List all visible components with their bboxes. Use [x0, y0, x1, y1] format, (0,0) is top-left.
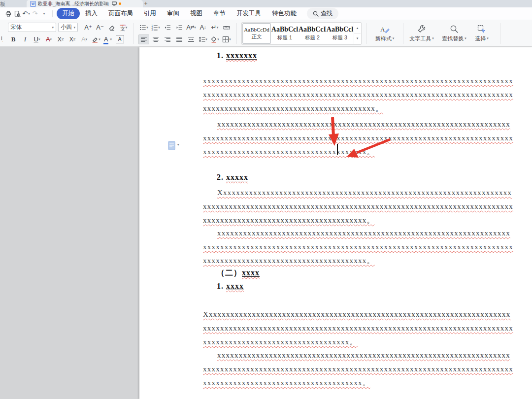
tab-home[interactable]: 开始 — [57, 8, 80, 19]
select-button[interactable]: 选择▾ — [468, 25, 496, 42]
style-heading-2[interactable]: AaBbCcI 标题 2 — [299, 23, 326, 44]
paragraph-6: xxxxxxxxxxxxxxxxxxxxxxxxxxxxxxxxxxxxxxxx… — [203, 348, 486, 390]
chevron-down-icon: ▾ — [73, 26, 75, 30]
print-button[interactable] — [4, 9, 13, 19]
customize-quick-toolbar-button[interactable]: ▾ — [39, 9, 48, 19]
new-style-button[interactable]: A 新样式▾ — [371, 25, 399, 42]
superscript-button[interactable]: X2 — [55, 34, 66, 44]
style-preview: AaBbCcI — [299, 26, 326, 33]
text-line: xxxxxxxxxxxxxxxxxxxxxxxxxxxxxxxxxxxxxxxx… — [203, 348, 486, 362]
align-right-icon — [164, 36, 171, 43]
justify-button[interactable] — [174, 34, 185, 44]
style-normal[interactable]: AaBbCcDd 正文 — [242, 23, 271, 44]
text-line: xxxxxxxxxxxxxxxxxxxxxxxxxxxxxxxxxxxxxxxx… — [203, 101, 486, 115]
chevron-down-icon: ▾ — [432, 36, 434, 40]
align-left-button[interactable] — [138, 34, 149, 44]
align-center-button[interactable] — [150, 34, 161, 44]
font-group: 宋体 ▾ 小四 ▾ A⁺ A⁻ wén 文 ▾ B I U▾ — [8, 23, 129, 44]
font-name-select[interactable]: 宋体 ▾ — [8, 23, 56, 32]
paragraph-3: Xxxxxxxxxxxxxxxxxxxxxxxxxxxxxxxxxxxxxxxx… — [203, 186, 486, 227]
heading-1-xxxxxxx: 1. xxxxxxx — [217, 51, 257, 60]
bold-button[interactable]: B — [8, 34, 19, 44]
print-preview-button[interactable] — [13, 9, 22, 19]
strikethrough-button[interactable]: A▾ — [43, 34, 54, 44]
character-scale-button[interactable]: A⇄ ▾ — [186, 23, 197, 33]
increase-font-button[interactable]: A⁺ — [83, 23, 94, 33]
style-name: 正文 — [252, 33, 262, 40]
align-right-button[interactable] — [162, 34, 173, 44]
text-line: xxxxxxxxxxxxxxxxxxxxxxxxxxxxxxxxxx。 — [203, 335, 486, 349]
new-tab-button[interactable]: + — [142, 0, 150, 7]
chevron-down-icon: ▾ — [86, 37, 88, 41]
text-line: xxxxxxxxxxxxxxxxxxxxxxxxxxxxxxxxxxxxxx。 — [203, 213, 486, 227]
text-effects-button[interactable]: A▾ — [79, 34, 90, 44]
paragraph-1: xxxxxxxxxxxxxxxxxxxxxxxxxxxxxxxxxxxxxxxx… — [203, 74, 486, 115]
line-spacing-button[interactable]: ▾ — [198, 34, 208, 44]
heading-text: xxxxxxx — [226, 51, 257, 60]
italic-button[interactable]: I — [20, 34, 31, 44]
pinyin-char: 文 — [120, 27, 125, 32]
heading-number: （二） — [217, 268, 242, 277]
bullet-list-button[interactable]: ▾ — [138, 23, 149, 33]
tab-section[interactable]: 章节 — [208, 8, 231, 19]
chevron-down-icon: ▾ — [28, 12, 30, 16]
tab-review[interactable]: 审阅 — [162, 8, 185, 19]
style-preview: AaBbCcl — [327, 26, 353, 33]
find-replace-button[interactable]: 查找替换▾ — [440, 25, 468, 42]
font-color-button[interactable]: A▾ — [102, 34, 113, 44]
tab-developer-tools[interactable]: 开发工具 — [231, 8, 266, 19]
divider — [500, 23, 500, 44]
chevron-down-icon: ▾ — [194, 26, 196, 30]
font-size-select[interactable]: 小四 ▾ — [58, 23, 78, 32]
shading-button[interactable]: ▾ — [209, 34, 220, 44]
decrease-indent-icon — [164, 24, 171, 31]
subscript-button[interactable]: X2 — [67, 34, 78, 44]
undo-button[interactable]: ↶▾ — [22, 9, 31, 19]
text-direction-button[interactable]: A↓ — [198, 23, 208, 33]
decrease-font-button[interactable]: A⁻ — [95, 23, 105, 33]
chevron-down-icon: ▾ — [43, 12, 45, 16]
distribute-button[interactable] — [186, 34, 197, 44]
pinyin-guide-button[interactable]: wén 文 ▾ — [118, 23, 129, 33]
eraser-icon — [108, 24, 115, 31]
chevron-down-icon: ▾ — [110, 37, 112, 41]
text-line: xxxxxxxxxxxxxxxxxxxxxxxxxxxxxxxxxxxxxxxx… — [203, 362, 486, 376]
tab-insert[interactable]: 插入 — [80, 8, 103, 19]
align-left-icon — [140, 36, 147, 43]
style-heading-1[interactable]: AaBbCcl 标题 1 — [271, 23, 299, 44]
text-tool-button[interactable]: 文字工具▾ — [408, 25, 435, 42]
wrench-icon — [417, 25, 426, 33]
tab-special-features[interactable]: 特色功能 — [266, 8, 302, 19]
tab-ruler-button[interactable] — [221, 23, 232, 33]
numbered-list-button[interactable]: 123 ▾ — [150, 23, 161, 33]
style-scroll-down-button[interactable]: ▾ — [354, 33, 361, 44]
find-button[interactable]: 查找 — [307, 8, 338, 19]
superscript-exp: 2 — [62, 37, 64, 41]
line-break-button[interactable]: ↵ ▾ — [209, 23, 220, 33]
underline-button[interactable]: U▾ — [32, 34, 42, 44]
increase-indent-button[interactable] — [174, 23, 185, 33]
document-tab[interactable]: W 欧亚非_海南离...经济增长的影响 — [27, 0, 143, 7]
heading-text: xxxx — [226, 282, 244, 290]
superscript-icon: X — [58, 36, 62, 43]
decrease-indent-button[interactable] — [162, 23, 173, 33]
style-heading-3[interactable]: AaBbCcl 标题 3 — [326, 23, 354, 44]
redo-button[interactable]: ↷ — [31, 9, 39, 19]
clear-format-button[interactable] — [106, 23, 117, 33]
highlight-button[interactable]: ▾ — [91, 34, 101, 44]
tab-view[interactable]: 视图 — [185, 8, 208, 19]
printer-icon — [5, 10, 12, 17]
numbered-list-icon: 123 — [151, 24, 158, 31]
increase-font-icon: A⁺ — [84, 24, 92, 31]
borders-button[interactable]: ▾ — [221, 34, 232, 44]
tab-page-layout[interactable]: 页面布局 — [103, 8, 138, 19]
print-preview-icon — [14, 10, 21, 17]
document-page[interactable]: ▾ 1. xxxxxxx xxxxxxxxxxxxxxxxxxxxxxxxxxx… — [139, 47, 532, 399]
new-style-icon: A — [379, 25, 390, 33]
style-scroll-up-button[interactable]: ▴ — [354, 23, 361, 33]
margin-attachment-button[interactable]: ▾ — [168, 141, 179, 150]
character-border-icon: A — [116, 35, 124, 43]
tab-references[interactable]: 引用 — [138, 8, 162, 19]
justify-icon — [176, 36, 183, 43]
character-border-button[interactable]: A — [114, 34, 125, 44]
